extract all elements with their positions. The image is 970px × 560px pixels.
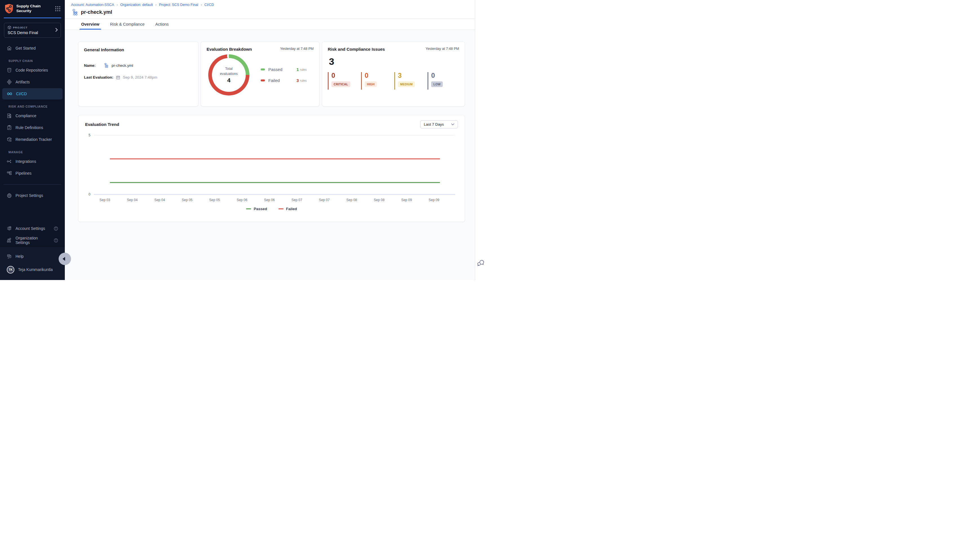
breadcrumb-link[interactable]: Organization: default [120, 3, 153, 7]
severity-high: 0HIGH [361, 72, 387, 90]
sidebar-item-label: Organization Settings [15, 236, 50, 245]
sidebar-item-label: CI/CD [16, 92, 27, 96]
sidebar-item-rule-definitions[interactable]: Rule Definitions [2, 122, 63, 133]
supply-chain-security-logo-shield-icon [5, 4, 13, 14]
main-area: Account: Automation-SSCA›Organization: d… [65, 0, 485, 280]
breadcrumb-link[interactable]: CI/CD [204, 3, 214, 7]
trend-legend-label: Passed [254, 207, 267, 211]
tab-actions[interactable]: Actions [155, 18, 169, 30]
sidebar-footer: ? Help TK Teja Kummarikuntla [0, 246, 65, 280]
y-axis-tick: 5 [88, 133, 90, 137]
severity-count: 3 [398, 72, 421, 79]
passed-line-swatch-icon [246, 208, 251, 209]
sidebar-item-organization-settings[interactable]: Organization Settings [2, 235, 63, 246]
evaluation-trend-card: Evaluation Trend Last 7 Days 05Sep 03Sep… [78, 115, 465, 222]
app-switcher-grid-icon[interactable] [55, 6, 60, 11]
breadcrumb-link[interactable]: Account: Automation-SSCA [71, 3, 114, 7]
org-chart-gear-icon [7, 238, 12, 243]
user-profile[interactable]: TK Teja Kummarikuntla [2, 262, 63, 277]
sidebar: Supply Chain Security PROJECT SCS Demo F… [0, 0, 65, 280]
sidebar-item-help[interactable]: ? Help [2, 251, 63, 262]
y-axis-tick: 0 [88, 192, 90, 196]
sidebar-item-pipelines[interactable]: Pipelines [2, 168, 63, 179]
sidebar-item-project-settings[interactable]: Project Settings [2, 190, 63, 201]
date-range-value: Last 7 Days [424, 122, 444, 127]
help-chat-icon: ? [7, 254, 12, 259]
collapse-arrow-icon [63, 257, 65, 261]
info-icon[interactable] [54, 227, 58, 231]
sidebar-item-label: Pipelines [15, 171, 32, 175]
donut-center-label: Total evaluations [216, 66, 242, 76]
date-range-dropdown[interactable]: Last 7 Days [420, 120, 458, 128]
severity-badge: LOW [431, 82, 443, 87]
last-evaluation-label: Last Evaluation: [84, 75, 113, 80]
section-header-manage: MANAGE [8, 150, 65, 154]
name-label: Name: [84, 63, 102, 68]
legend-label: Passed [268, 67, 290, 72]
sidebar-item-cicd[interactable]: CI/CD [2, 88, 63, 100]
chevron-right-icon [55, 28, 58, 33]
severity-count: 0 [365, 72, 387, 79]
sidebar-item-code-repositories[interactable]: </> Code Repositories [2, 65, 63, 76]
tab-overview[interactable]: Overview [81, 18, 100, 30]
svg-text:</>: </> [8, 70, 11, 71]
tab-bar: OverviewRisk & ComplianceActions [65, 18, 485, 30]
document-search-icon [7, 113, 12, 118]
right-edge-panel [475, 0, 485, 280]
sidebar-collapse-button[interactable] [58, 253, 71, 265]
risk-compliance-issues-card: Risk and Compliance Issues Yesterday at … [322, 42, 465, 107]
divider [3, 184, 62, 185]
chevron-down-icon [451, 123, 454, 125]
breadcrumb: Account: Automation-SSCA›Organization: d… [71, 3, 475, 7]
sidebar-item-label: Remediation Tracker [15, 137, 52, 142]
info-icon[interactable] [54, 238, 58, 243]
tab-risk-compliance[interactable]: Risk & Compliance [110, 18, 145, 30]
sidebar-item-label: Account Settings [15, 226, 45, 231]
card-title: Risk and Compliance Issues [328, 47, 385, 52]
chat-support-icon[interactable] [477, 260, 484, 268]
failed-line-swatch-icon [279, 208, 284, 209]
sidebar-item-label: Artifacts [15, 80, 30, 84]
project-selector[interactable]: PROJECT SCS Demo Final [4, 23, 61, 38]
sidebar-item-get-started[interactable]: Get Started [2, 43, 63, 54]
pipeline-icon [72, 9, 78, 15]
artifacts-diamonds-icon [7, 80, 12, 85]
card-title: General Information [84, 47, 192, 52]
sidebar-item-label: Get Started [15, 46, 36, 50]
svg-text:?: ? [8, 255, 9, 257]
x-axis-tick: Sep 09 [401, 198, 412, 202]
breadcrumb-link[interactable]: Project: SCS Demo Final [159, 3, 198, 7]
timestamp: Yesterday at 7:48 PM [426, 47, 459, 51]
sidebar-item-compliance[interactable]: Compliance [2, 110, 63, 122]
trend-legend-passed: Passed [246, 207, 267, 211]
severity-count: 0 [431, 72, 454, 79]
evaluation-breakdown-card: Evaluation Breakdown Yesterday at 7:48 P… [200, 42, 320, 107]
section-header-supply-chain: SUPPLY CHAIN [8, 59, 65, 63]
sidebar-item-remediation-tracker[interactable]: Remediation Tracker [2, 134, 63, 145]
severity-low: 0LOW [427, 72, 454, 90]
legend-item-failed: Failed3rules [260, 78, 307, 83]
sidebar-item-label: Project Settings [15, 193, 43, 198]
sidebar-item-artifacts[interactable]: Artifacts [2, 76, 63, 88]
logo-accent-divider [4, 17, 61, 18]
sidebar-item-account-settings[interactable]: Account Settings [2, 223, 63, 234]
page-header: Account: Automation-SSCA›Organization: d… [65, 0, 485, 18]
cube-icon [8, 26, 11, 29]
legend-value: 1 [297, 67, 299, 72]
passed-swatch-icon [260, 68, 265, 70]
evaluations-donut-chart: Total evaluations 4 [208, 54, 249, 95]
sidebar-item-label: Rule Definitions [15, 125, 43, 130]
last-evaluation-value: Sep 9, 2024 7:48pm [123, 75, 157, 80]
severity-badge: MEDIUM [398, 82, 415, 87]
sidebar-nav: Get Started SUPPLY CHAIN </> Code Reposi… [0, 38, 65, 246]
severity-count: 0 [331, 72, 354, 79]
card-title: Evaluation Breakdown [207, 47, 252, 52]
general-information-card: General Information Name: pr-check.yml L… [78, 42, 199, 107]
severity-critical: 0CRITICAL [328, 72, 354, 90]
x-axis-tick: Sep 05 [182, 198, 192, 202]
sidebar-item-integrations[interactable]: Integrations [2, 156, 63, 167]
project-name: SCS Demo Final [8, 30, 57, 35]
x-axis-tick: Sep 06 [264, 198, 275, 202]
legend-value: 3 [297, 78, 299, 83]
timestamp: Yesterday at 7:48 PM [280, 47, 314, 51]
